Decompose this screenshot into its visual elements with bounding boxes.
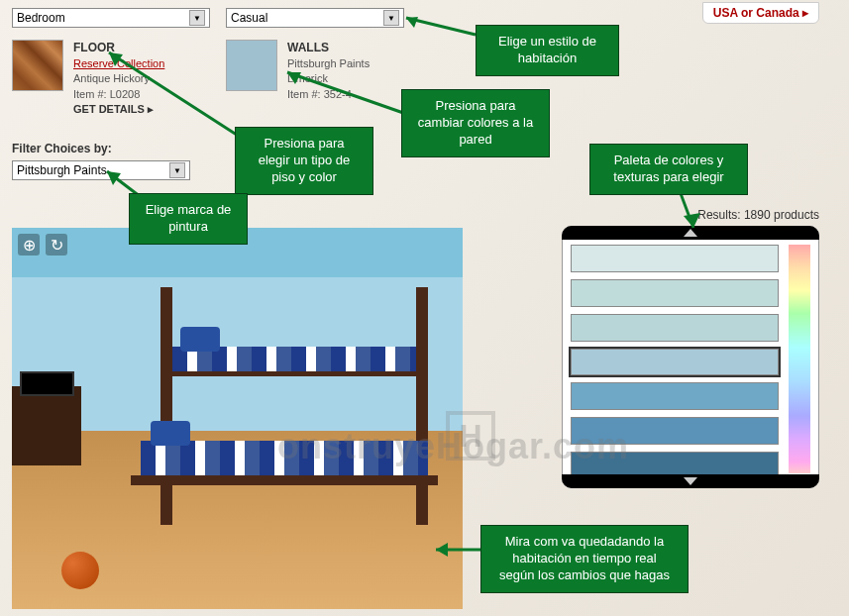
style-dropdown[interactable]: Casual ▼ [226, 8, 404, 28]
tv [20, 371, 74, 396]
chevron-down-icon: ▼ [383, 10, 399, 26]
room-dropdown[interactable]: Bedroom ▼ [12, 8, 210, 28]
basketball [61, 552, 99, 589]
chevron-down-icon: ▼ [189, 10, 205, 26]
get-details-link[interactable]: GET DETAILS ▸ [73, 102, 164, 117]
floor-collection-link[interactable]: Reserve Collection [73, 56, 164, 71]
brand-dropdown[interactable]: Pittsburgh Paints ▼ [12, 160, 190, 180]
color-palette [562, 226, 819, 488]
palette-swatches [571, 245, 779, 479]
walls-swatch[interactable] [226, 40, 277, 91]
color-swatch[interactable] [571, 349, 779, 376]
annotation-floor: Presiona para elegir un tipo de piso y c… [235, 127, 373, 195]
annotation-palette: Paleta de colores y texturas para elegir [589, 144, 748, 195]
refresh-icon[interactable]: ↻ [46, 234, 67, 256]
tv-stand [12, 386, 81, 465]
palette-scroll-up[interactable] [562, 226, 819, 240]
room-scene [12, 228, 463, 609]
annotation-brand: Elige marca de pintura [129, 193, 248, 245]
floor-item: Item #: L0208 [73, 87, 164, 102]
zoom-controls: ⊕ ↻ [18, 234, 67, 256]
style-dropdown-value: Casual [231, 11, 267, 25]
triangle-down-icon [684, 477, 697, 485]
walls-title: WALLS [287, 40, 370, 56]
floor-card: FLOOR Reserve Collection Antique Hickory… [12, 40, 164, 117]
floor-info: FLOOR Reserve Collection Antique Hickory… [73, 40, 164, 117]
arrow-icon [396, 10, 485, 40]
floor-swatch[interactable] [12, 40, 63, 91]
walls-item: Item #: 352-4 [287, 87, 370, 102]
brand-dropdown-value: Pittsburgh Paints [17, 163, 107, 177]
triangle-up-icon [684, 229, 697, 237]
walls-card: WALLS Pittsburgh Paints Limerick Item #:… [226, 40, 370, 102]
filter-label: Filter Choices by: [12, 142, 112, 155]
color-swatch[interactable] [571, 382, 779, 410]
bunk-bed [131, 287, 438, 525]
svg-marker-1 [406, 17, 418, 28]
room-dropdown-value: Bedroom [17, 11, 65, 25]
walls-name: Limerick [287, 71, 370, 86]
chevron-down-icon: ▼ [169, 162, 185, 178]
walls-brand: Pittsburgh Paints [287, 56, 370, 71]
color-swatch[interactable] [571, 279, 779, 307]
svg-line-0 [406, 18, 476, 35]
annotation-style: Elige un estilo de habitación [476, 25, 619, 76]
room-viewer: ⊕ ↻ [12, 228, 463, 609]
floor-title: FLOOR [73, 40, 164, 56]
palette-scroll-down[interactable] [562, 474, 819, 488]
color-swatch[interactable] [571, 245, 779, 272]
country-link[interactable]: USA or Canada ▸ [702, 2, 819, 24]
zoom-in-icon[interactable]: ⊕ [18, 234, 40, 256]
color-swatch[interactable] [571, 314, 779, 342]
color-swatch[interactable] [571, 417, 779, 445]
floor-name: Antique Hickory [73, 71, 164, 86]
walls-info: WALLS Pittsburgh Paints Limerick Item #:… [287, 40, 370, 102]
annotation-viewer: Mira com va quedadando la habitación en … [480, 525, 689, 593]
results-count: Results: 1890 products [697, 208, 819, 222]
hue-slider[interactable] [789, 245, 810, 473]
annotation-walls: Presiona para cambiar colores a la pared [401, 89, 550, 157]
